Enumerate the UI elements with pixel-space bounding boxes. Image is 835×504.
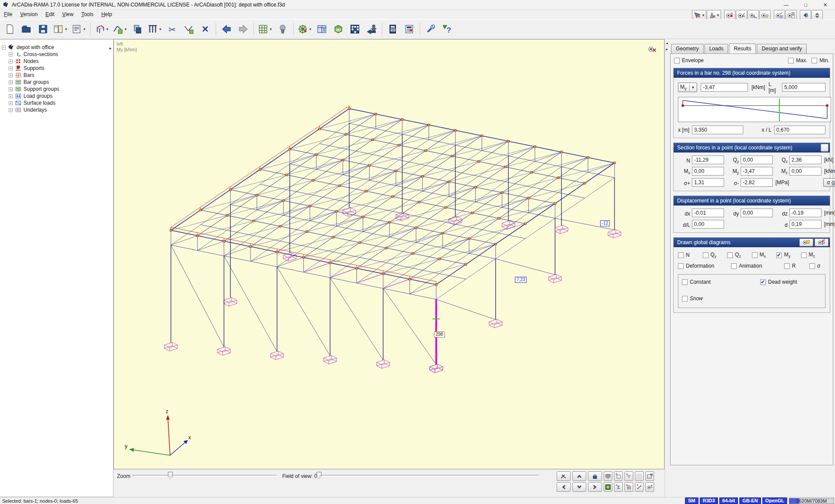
envelope-checkbox[interactable]: Envelope bbox=[674, 57, 704, 63]
field-d[interactable]: 0,19 bbox=[789, 220, 822, 229]
field-d/L[interactable]: 0,00 bbox=[692, 220, 724, 229]
structure-frame-button[interactable]: ▼ bbox=[93, 21, 111, 37]
calculator-button[interactable] bbox=[384, 21, 401, 37]
diagram-deformation-checkbox[interactable]: Deformation bbox=[678, 263, 727, 269]
calculation-report-button[interactable] bbox=[401, 21, 418, 37]
menu-edit[interactable]: Edit bbox=[41, 10, 58, 19]
diagram-Qz-checkbox[interactable]: Qz bbox=[727, 252, 752, 259]
field-dy[interactable]: 0,00 bbox=[741, 209, 773, 217]
field-σ+[interactable]: 1,31 bbox=[692, 178, 724, 187]
diagram-Qy-checkbox-box[interactable] bbox=[703, 252, 708, 258]
chevron-down-icon[interactable]: ▼ bbox=[701, 13, 705, 17]
draw-bar-button[interactable]: ▼ bbox=[111, 21, 129, 37]
divide-bar-button[interactable] bbox=[180, 21, 197, 37]
diagram-N-checkbox-box[interactable] bbox=[678, 252, 684, 258]
diagram-My-checkbox[interactable]: My bbox=[776, 252, 801, 259]
expand-icon[interactable]: + bbox=[9, 53, 13, 56]
tree-item-label[interactable]: Cross-sections bbox=[23, 51, 58, 57]
sidebar-item-nodes[interactable]: +Nodes bbox=[2, 58, 113, 65]
diagram-deformation-checkbox-box[interactable] bbox=[678, 263, 684, 269]
force-component-select[interactable]: My ▼ bbox=[678, 83, 697, 92]
field-σ-[interactable]: -2,82 bbox=[741, 178, 773, 187]
bar-length-field[interactable]: 5,000 bbox=[782, 83, 825, 92]
collapse-icon[interactable]: − bbox=[2, 46, 6, 50]
maximize-button[interactable]: □ bbox=[796, 0, 815, 10]
diagram-Mx-checkbox[interactable]: Mx bbox=[752, 252, 777, 259]
section-forces-menu-button[interactable]: ▼ bbox=[821, 144, 828, 152]
tree-item-label[interactable]: depot with office bbox=[17, 44, 54, 50]
diagram-σ-checkbox-box[interactable] bbox=[809, 263, 815, 269]
open-file-button[interactable] bbox=[18, 21, 35, 37]
chevron-down-icon[interactable]: ▼ bbox=[309, 27, 312, 31]
diagram-Mz-checkbox[interactable]: Mz bbox=[801, 252, 826, 259]
loadcase-snow-checkbox-box[interactable] bbox=[682, 296, 688, 302]
field-Qy[interactable]: 0,00 bbox=[741, 156, 773, 164]
copy-button[interactable] bbox=[129, 21, 146, 37]
view-3d-button[interactable]: 3D bbox=[330, 21, 347, 37]
cut-button[interactable]: ✂ bbox=[164, 21, 180, 37]
show-diagram-values-button[interactable] bbox=[799, 239, 813, 246]
loadcase-dead-weight-checkbox[interactable]: Dead weight bbox=[760, 279, 817, 285]
bar-force-diagram[interactable] bbox=[678, 97, 831, 122]
expand-icon[interactable]: + bbox=[9, 101, 13, 105]
new-document-button[interactable] bbox=[2, 21, 18, 37]
diagram-σ-checkbox[interactable]: σ bbox=[809, 263, 821, 269]
tab-geometry[interactable]: Geometry bbox=[671, 44, 704, 54]
tab-design-and-verify[interactable]: Design and verify bbox=[757, 44, 807, 54]
menu-version[interactable]: Version bbox=[16, 10, 41, 19]
orbit-button[interactable] bbox=[645, 482, 654, 492]
chevron-down-icon[interactable]: ▼ bbox=[159, 27, 162, 31]
add-hourglass-button[interactable]: + bbox=[614, 482, 623, 492]
tree-item-label[interactable]: Supports bbox=[23, 65, 44, 71]
field-Mz[interactable]: 0,00 bbox=[789, 167, 822, 176]
pan-up-button[interactable] bbox=[572, 471, 586, 481]
tree-splitter-arrow[interactable]: ► bbox=[109, 46, 112, 50]
field-dx[interactable]: -0,01 bbox=[692, 209, 724, 217]
loadcase-snow-checkbox[interactable]: Snow bbox=[682, 295, 756, 302]
tab-results[interactable]: Results bbox=[729, 43, 756, 53]
sidebar-item-cross-sections[interactable]: +ICross-sections bbox=[2, 51, 113, 58]
tree-item-label[interactable]: Surface loads bbox=[23, 100, 55, 106]
add-rect-button[interactable]: + bbox=[614, 471, 623, 481]
diagram-Mx-checkbox-box[interactable] bbox=[752, 252, 758, 258]
tree-item-label[interactable]: Nodes bbox=[23, 58, 39, 64]
splitter-left-arrow[interactable]: ◄ bbox=[665, 42, 668, 45]
sidebar-item-supports[interactable]: +Supports bbox=[2, 65, 113, 72]
fov-slider[interactable] bbox=[316, 475, 540, 477]
diagram-r-checkbox-box[interactable] bbox=[784, 263, 790, 269]
lock-button[interactable] bbox=[588, 471, 602, 481]
max-checkbox-box[interactable] bbox=[788, 58, 794, 63]
expand-icon[interactable]: + bbox=[9, 108, 13, 112]
pan-left-button[interactable] bbox=[557, 482, 571, 492]
filter-button[interactable] bbox=[274, 21, 291, 37]
expand-icon[interactable]: + bbox=[9, 87, 13, 91]
field-N[interactable]: -11,29 bbox=[692, 156, 724, 164]
help-update-button[interactable]: ? bbox=[439, 21, 455, 37]
tree-item-label[interactable]: Support groups bbox=[23, 86, 59, 92]
pan-down-button[interactable] bbox=[572, 482, 586, 492]
x-field[interactable]: 3,350 bbox=[692, 126, 743, 134]
loadcase-dead-weight-checkbox-box[interactable] bbox=[760, 279, 766, 285]
field-dz[interactable]: -0,19 bbox=[789, 209, 822, 217]
diagram-My-checkbox-box[interactable] bbox=[776, 252, 782, 258]
pan-right-button[interactable] bbox=[588, 482, 602, 492]
chevron-down-icon[interactable]: ▼ bbox=[64, 27, 68, 31]
chevron-down-icon[interactable]: ▼ bbox=[689, 84, 695, 91]
diagram-animation-checkbox[interactable]: Animation bbox=[731, 263, 780, 269]
generators-button[interactable]: ▼ bbox=[296, 21, 314, 37]
diagram-animation-checkbox-box[interactable] bbox=[731, 263, 737, 269]
view-delete-button[interactable]: ✕ bbox=[557, 471, 571, 481]
zoom-win-button[interactable] bbox=[645, 471, 654, 481]
tree-item-label[interactable]: Bars bbox=[23, 72, 34, 78]
diagram-Mz-checkbox-box[interactable] bbox=[801, 252, 807, 258]
field-My[interactable]: -3,47 bbox=[741, 167, 773, 176]
add-mesh-button[interactable]: + bbox=[625, 482, 633, 492]
add-line-button[interactable]: + bbox=[635, 482, 644, 492]
diagram-Qy-checkbox[interactable]: Qy bbox=[703, 252, 728, 259]
sigma-p-button[interactable]: σ (p) bbox=[823, 178, 835, 187]
screen-button[interactable] bbox=[604, 471, 612, 481]
menu-tools[interactable]: Tools bbox=[77, 10, 97, 19]
force-value-field[interactable]: -3,47 bbox=[701, 83, 748, 92]
diagram-r-checkbox[interactable]: R bbox=[784, 263, 805, 269]
xl-field[interactable]: 0,670 bbox=[774, 126, 825, 134]
